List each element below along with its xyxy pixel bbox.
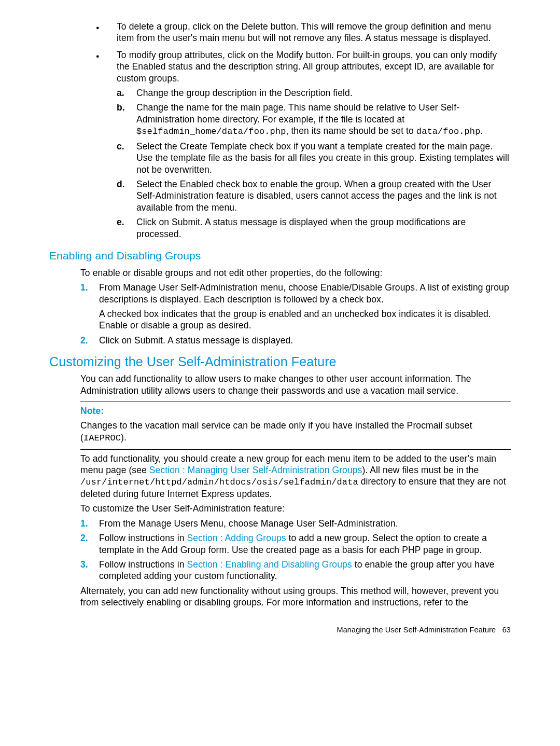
bullet-lead-text: To modify group attributes, click on the… bbox=[117, 50, 497, 84]
code-inline: IAEPROC bbox=[83, 433, 121, 443]
text-segment: ). All new files must be in the bbox=[362, 465, 479, 475]
link-adding-groups[interactable]: Section : Adding Groups bbox=[187, 533, 286, 543]
custom-intro-para: You can add functionality to allow users… bbox=[80, 373, 511, 396]
heading-enabling-disabling: Enabling and Disabling Groups bbox=[49, 249, 511, 263]
alpha-marker: e. bbox=[117, 216, 136, 240]
step-number: 1. bbox=[80, 518, 99, 529]
alpha-text: Change the name for the main page. This … bbox=[136, 102, 511, 137]
code-path: $selfadmin_home/data/foo.php bbox=[136, 127, 286, 136]
text-segment: Change the name for the main page. This … bbox=[136, 102, 459, 124]
footer-page-number: 63 bbox=[502, 626, 511, 634]
top-bullet-list: ● To delete a group, click on the Delete… bbox=[96, 21, 511, 240]
step-text: Follow instructions in Section : Adding … bbox=[99, 532, 511, 556]
step-2: 2. Click on Submit. A status message is … bbox=[80, 335, 511, 346]
alpha-marker: b. bbox=[117, 102, 136, 137]
custom-steps: 1. From the Manage Users Menu, choose Ma… bbox=[80, 518, 511, 582]
page-footer: Managing the User Self-Administration Fe… bbox=[49, 625, 511, 635]
custom-alt-para: Alternately, you can add new functionali… bbox=[80, 585, 511, 609]
enabling-intro: To enable or disable groups and not edit… bbox=[80, 267, 511, 279]
step-number: 2. bbox=[80, 532, 99, 556]
step-number: 3. bbox=[80, 559, 99, 582]
bullet-marker: ● bbox=[96, 21, 117, 44]
sub-step-d: d. Select the Enabled check box to enabl… bbox=[117, 178, 511, 213]
step-text: From the Manage Users Menu, choose Manag… bbox=[99, 518, 511, 529]
text-segment: Changes to the vacation mail service can… bbox=[80, 420, 472, 442]
enabling-steps: 1. From Manage User Self-Administration … bbox=[80, 282, 511, 346]
alpha-marker: a. bbox=[117, 87, 136, 99]
bullet-modify-group: ● To modify group attributes, click on t… bbox=[96, 49, 511, 240]
sub-step-a: a. Change the group description in the D… bbox=[117, 87, 511, 99]
step-number: 1. bbox=[80, 282, 99, 331]
alpha-text: Select the Enabled check box to enable t… bbox=[136, 178, 511, 213]
step-1: 1. From the Manage Users Menu, choose Ma… bbox=[80, 518, 511, 529]
text-segment: . bbox=[480, 126, 483, 136]
note-divider-top bbox=[80, 402, 511, 402]
text-segment: , then its name should be set to bbox=[286, 126, 416, 136]
heading-customizing: Customizing the User Self-Administration… bbox=[49, 353, 511, 370]
step-text: From Manage User Self-Administration men… bbox=[99, 282, 511, 331]
bullet-text: To delete a group, click on the Delete b… bbox=[117, 21, 511, 44]
step-text: Click on Submit. A status message is dis… bbox=[99, 335, 511, 346]
alpha-text: Change the group description in the Desc… bbox=[136, 87, 511, 99]
note-body: Changes to the vacation mail service can… bbox=[80, 420, 511, 444]
sub-step-b: b. Change the name for the main page. Th… bbox=[117, 102, 511, 137]
note-divider-bottom bbox=[80, 449, 511, 450]
bullet-marker: ● bbox=[96, 49, 117, 240]
custom-add-func-para: To add functionality, you should create … bbox=[80, 453, 511, 500]
bullet-text: To modify group attributes, click on the… bbox=[117, 49, 511, 240]
text-segment: A checked box indicates that the group i… bbox=[99, 308, 511, 331]
step-number: 2. bbox=[80, 335, 99, 346]
text-segment: From Manage User Self-Administration men… bbox=[99, 282, 509, 304]
text-segment: Follow instructions in bbox=[99, 559, 187, 570]
code-path: /usr/internet/httpd/admin/htdocs/osis/se… bbox=[80, 477, 358, 487]
text-segment: Follow instructions in bbox=[99, 533, 187, 543]
sub-step-e: e. Click on Submit. A status message is … bbox=[117, 216, 511, 240]
footer-title: Managing the User Self-Administration Fe… bbox=[337, 626, 496, 634]
sub-step-c: c. Select the Create Template check box … bbox=[117, 141, 511, 175]
alpha-marker: d. bbox=[117, 178, 136, 213]
note-label: Note: bbox=[80, 405, 511, 417]
code-path: data/foo.php bbox=[416, 127, 481, 136]
link-enabling-disabling-groups[interactable]: Section : Enabling and Disabling Groups bbox=[187, 559, 352, 570]
custom-steps-intro: To customize the User Self-Administratio… bbox=[80, 503, 511, 514]
alpha-marker: c. bbox=[117, 141, 136, 175]
alpha-text: Select the Create Template check box if … bbox=[136, 141, 511, 175]
step-text: Follow instructions in Section : Enablin… bbox=[99, 559, 511, 582]
step-3: 3. Follow instructions in Section : Enab… bbox=[80, 559, 511, 582]
step-1: 1. From Manage User Self-Administration … bbox=[80, 282, 511, 331]
step-2: 2. Follow instructions in Section : Addi… bbox=[80, 532, 511, 556]
alpha-text: Click on Submit. A status message is dis… bbox=[136, 216, 511, 240]
bullet-delete-group: ● To delete a group, click on the Delete… bbox=[96, 21, 511, 44]
text-segment: ). bbox=[121, 432, 127, 443]
link-managing-groups[interactable]: Section : Managing User Self-Administrat… bbox=[149, 465, 362, 475]
